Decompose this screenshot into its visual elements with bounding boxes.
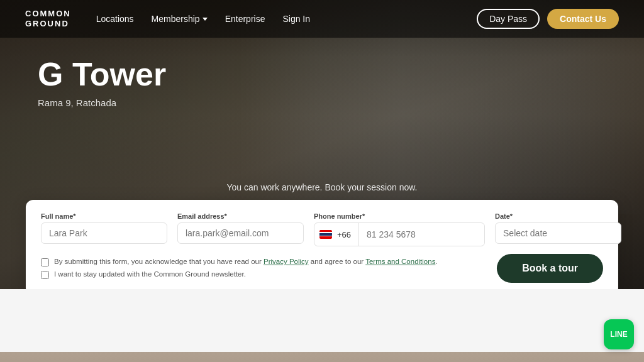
navigation: COMMON GROUND Locations Membership Enter… [0,0,644,38]
form-bottom-row: By submitting this form, you acknowledge… [41,254,603,283]
newsletter-checkbox-row: I want to stay updated with the Common G… [41,270,482,279]
phone-flag[interactable]: +66 [314,223,359,246]
full-name-label: Full name* [41,212,167,220]
form-checkboxes: By submitting this form, you acknowledge… [41,258,482,279]
nav-link-locations[interactable]: Locations [96,14,134,24]
privacy-checkbox-row: By submitting this form, you acknowledge… [41,258,482,266]
email-label: Email address* [177,212,304,220]
phone-label: Phone number* [314,212,485,220]
newsletter-text: I want to stay updated with the Common G… [54,270,246,278]
hero-subtitle: Rama 9, Ratchada [38,97,606,108]
line-icon: LINE [610,330,627,339]
nav-link-signin[interactable]: Sign In [282,14,310,24]
full-name-input[interactable] [41,222,167,244]
line-chat-button[interactable]: LINE [604,319,634,349]
privacy-policy-link[interactable]: Privacy Policy [264,258,309,265]
privacy-checkbox[interactable] [41,258,49,266]
logo[interactable]: COMMON GROUND [25,9,71,28]
book-tour-button[interactable]: Book a tour [497,254,603,283]
booking-form-wrapper: You can work anywhere. Book your session… [26,182,618,289]
below-hero-image [0,352,644,362]
email-field: Email address* [177,212,304,246]
date-input[interactable] [495,222,621,244]
booking-form: Full name* Email address* Phone number* [26,200,618,289]
phone-country-code: +66 [335,230,353,239]
form-tagline: You can work anywhere. Book your session… [26,182,618,192]
nav-link-enterprise[interactable]: Enterprise [225,14,265,24]
nav-right: Day Pass Contact Us [477,9,619,29]
newsletter-checkbox[interactable] [41,271,49,279]
flag-thailand-icon [319,230,332,239]
date-field: Date* [495,212,621,246]
form-inputs-row: Full name* Email address* Phone number* [41,212,603,246]
privacy-text: By submitting this form, you acknowledge… [54,258,438,265]
phone-field: Phone number* +66 [314,212,485,246]
below-hero-section [0,352,644,362]
day-pass-button[interactable]: Day Pass [477,9,540,29]
date-label: Date* [495,212,621,220]
email-input[interactable] [177,222,304,244]
contact-us-button[interactable]: Contact Us [547,9,619,29]
full-name-field: Full name* [41,212,167,246]
hero-section: G Tower Rama 9, Ratchada You can work an… [0,0,644,289]
chevron-down-icon [203,18,208,21]
phone-input-wrapper: +66 [314,222,485,246]
nav-link-membership[interactable]: Membership [152,14,208,24]
phone-number-input[interactable] [359,224,484,244]
terms-link[interactable]: Terms and Conditions [365,258,435,265]
hero-title: G Tower [38,57,606,92]
nav-links: Locations Membership Enterprise Sign In [96,14,477,24]
